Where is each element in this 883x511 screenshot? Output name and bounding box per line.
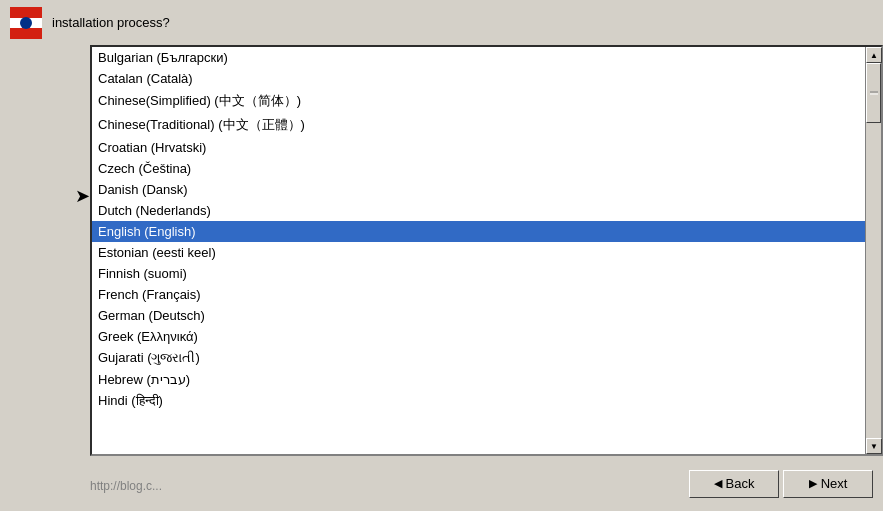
- next-label: Next: [821, 476, 848, 491]
- language-item-hebrew[interactable]: Hebrew (עברית): [92, 369, 865, 390]
- question-text: installation process?: [52, 15, 170, 30]
- language-item-estonian[interactable]: Estonian (eesti keel): [92, 242, 865, 263]
- flag-icon: [10, 7, 42, 39]
- language-item-chinese-traditional[interactable]: Chinese(Traditional) (中文（正體）): [92, 113, 865, 137]
- language-item-catalan[interactable]: Catalan (Català): [92, 68, 865, 89]
- bottom-bar: http://blog.c... ◀ Back ▶ Next: [0, 456, 883, 511]
- scrollbar-track: ▲ ▼: [865, 47, 881, 454]
- back-button[interactable]: ◀ Back: [689, 470, 779, 498]
- language-item-hindi[interactable]: Hindi (हिन्दी): [92, 390, 865, 412]
- language-item-dutch[interactable]: Dutch (Nederlands): [92, 200, 865, 221]
- language-item-greek[interactable]: Greek (Ελληνικά): [92, 326, 865, 347]
- language-item-czech[interactable]: Czech (Čeština): [92, 158, 865, 179]
- list-scroll-area[interactable]: Bulgarian (Български)Catalan (Català)Chi…: [92, 47, 865, 454]
- scrollbar-grip: [870, 92, 878, 95]
- language-list: Bulgarian (Български)Catalan (Català)Chi…: [92, 47, 865, 412]
- svg-rect-1: [10, 7, 42, 18]
- next-icon: ▶: [809, 477, 817, 490]
- language-item-german[interactable]: German (Deutsch): [92, 305, 865, 326]
- language-item-danish[interactable]: Danish (Dansk): [92, 179, 865, 200]
- language-list-container: Bulgarian (Български)Catalan (Català)Chi…: [90, 45, 883, 456]
- language-item-croatian[interactable]: Croatian (Hrvatski): [92, 137, 865, 158]
- svg-rect-3: [10, 28, 42, 39]
- cursor-arrow: ➤: [75, 185, 90, 207]
- language-item-french[interactable]: French (Français): [92, 284, 865, 305]
- language-item-finnish[interactable]: Finnish (suomi): [92, 263, 865, 284]
- top-area: installation process?: [0, 0, 883, 45]
- language-item-chinese-simplified[interactable]: Chinese(Simplified) (中文（简体）): [92, 89, 865, 113]
- scrollbar-thumb-area: [866, 63, 881, 438]
- language-item-english[interactable]: English (English): [92, 221, 865, 242]
- next-button[interactable]: ▶ Next: [783, 470, 873, 498]
- scrollbar-thumb[interactable]: [866, 63, 881, 123]
- back-icon: ◀: [714, 477, 722, 490]
- svg-point-4: [20, 17, 32, 29]
- language-item-gujarati[interactable]: Gujarati (ગુજરાતી): [92, 347, 865, 369]
- scrollbar-down-button[interactable]: ▼: [866, 438, 882, 454]
- url-text: http://blog.c...: [90, 479, 162, 493]
- main-container: installation process? ➤ Bulgarian (Бълга…: [0, 0, 883, 511]
- language-item-bulgarian[interactable]: Bulgarian (Български): [92, 47, 865, 68]
- left-panel: ➤: [0, 45, 90, 456]
- scrollbar-up-button[interactable]: ▲: [866, 47, 882, 63]
- back-label: Back: [726, 476, 755, 491]
